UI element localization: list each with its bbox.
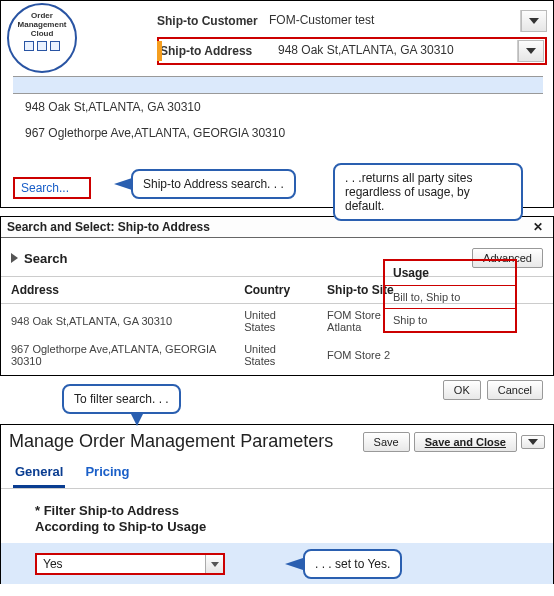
page-title: Manage Order Management Parameters xyxy=(9,431,333,452)
search-more-link[interactable]: Search... xyxy=(13,177,91,199)
callout-pointer-icon xyxy=(130,412,144,426)
dropdown-highlight-bar xyxy=(13,76,543,94)
col-address[interactable]: Address xyxy=(1,277,234,304)
dropdown-item[interactable]: 948 Oak St,ATLANTA, GA 30310 xyxy=(13,94,543,120)
save-button[interactable]: Save xyxy=(363,432,410,452)
chevron-down-icon xyxy=(526,48,536,54)
cell-country: United States xyxy=(234,304,317,339)
search-section-label: Search xyxy=(24,251,67,266)
cell-address: 948 Oak St,ATLANTA, GA 30310 xyxy=(1,304,234,339)
usage-column-highlight: Usage Bill to, Ship to Ship to xyxy=(383,259,517,333)
logo-text: Order Management Cloud xyxy=(18,11,67,38)
callout-pointer-icon xyxy=(114,178,132,190)
parameters-header: Manage Order Management Parameters Save … xyxy=(1,425,553,454)
app-logo-badge: Order Management Cloud xyxy=(7,3,77,73)
required-marker-icon xyxy=(157,41,162,61)
ship-to-customer-row: Ship-to Customer FOM-Customer test xyxy=(157,7,547,35)
tab-general[interactable]: General xyxy=(13,458,65,488)
col-usage[interactable]: Usage xyxy=(384,260,516,286)
chevron-down-icon xyxy=(528,439,538,445)
mid-callout-area: To filter search. . . xyxy=(0,376,554,424)
select-dropdown-button[interactable] xyxy=(205,555,223,573)
select-value: Yes xyxy=(37,555,205,573)
ship-to-address-value[interactable]: 948 Oak St,ATLANTA, GA 30310 xyxy=(266,40,518,62)
address-dropdown-list: 948 Oak St,ATLANTA, GA 30310 967 Ogletho… xyxy=(13,76,543,146)
manage-parameters-panel: Manage Order Management Parameters Save … xyxy=(0,424,554,584)
cell-address: 967 Oglethorpe Ave,ATLANTA, GEORGIA 3031… xyxy=(1,338,234,372)
ship-to-address-dropdown-button[interactable] xyxy=(518,40,544,62)
callout-pointer-icon xyxy=(285,558,303,570)
ship-to-customer-value[interactable]: FOM-Customer test xyxy=(263,10,521,32)
actions-menu-button[interactable] xyxy=(521,435,545,449)
save-and-close-button[interactable]: Save and Close xyxy=(414,432,517,452)
search-select-dialog: Search and Select: Ship-to Address ✕ Sea… xyxy=(0,216,554,376)
ship-to-customer-label: Ship-to Customer xyxy=(157,14,263,28)
col-country[interactable]: Country xyxy=(234,277,317,304)
tab-pricing[interactable]: Pricing xyxy=(83,458,131,488)
ship-to-address-row: Ship-to Address 948 Oak St,ATLANTA, GA 3… xyxy=(157,37,547,65)
ship-to-address-label: Ship-to Address xyxy=(160,44,266,58)
cell-usage: Bill to, Ship to xyxy=(384,286,516,309)
ship-to-customer-dropdown-button[interactable] xyxy=(521,10,547,32)
expand-icon[interactable] xyxy=(11,253,18,263)
filter-ship-to-select[interactable]: Yes xyxy=(35,553,225,575)
cell-country: United States xyxy=(234,338,317,372)
dialog-title-text: Search and Select: Ship-to Address xyxy=(7,220,210,234)
callout-to-filter: To filter search. . . xyxy=(62,384,181,414)
logo-art xyxy=(24,41,60,51)
close-icon[interactable]: ✕ xyxy=(529,220,547,234)
parameter-value-row: Yes . . . set to Yes. xyxy=(1,543,553,584)
cell-site: FOM Store 2 xyxy=(317,338,419,372)
tab-bar: General Pricing xyxy=(1,454,553,489)
chevron-down-icon xyxy=(211,562,219,567)
chevron-down-icon xyxy=(529,18,539,24)
cell-usage: Ship to xyxy=(384,309,516,333)
callout-ship-to-search: Ship-to Address search. . . xyxy=(131,169,296,199)
callout-returns-all-sites: . . .returns all party sites regardless … xyxy=(333,163,523,221)
callout-set-to-yes: . . . set to Yes. xyxy=(303,549,402,579)
filter-ship-to-label: * Filter Ship-to Address According to Sh… xyxy=(1,489,553,543)
order-header-panel: Order Management Cloud Ship-to Customer … xyxy=(0,0,554,208)
table-row[interactable]: 967 Oglethorpe Ave,ATLANTA, GEORGIA 3031… xyxy=(1,338,553,372)
dropdown-item[interactable]: 967 Oglethorpe Ave,ATLANTA, GEORGIA 3031… xyxy=(13,120,543,146)
